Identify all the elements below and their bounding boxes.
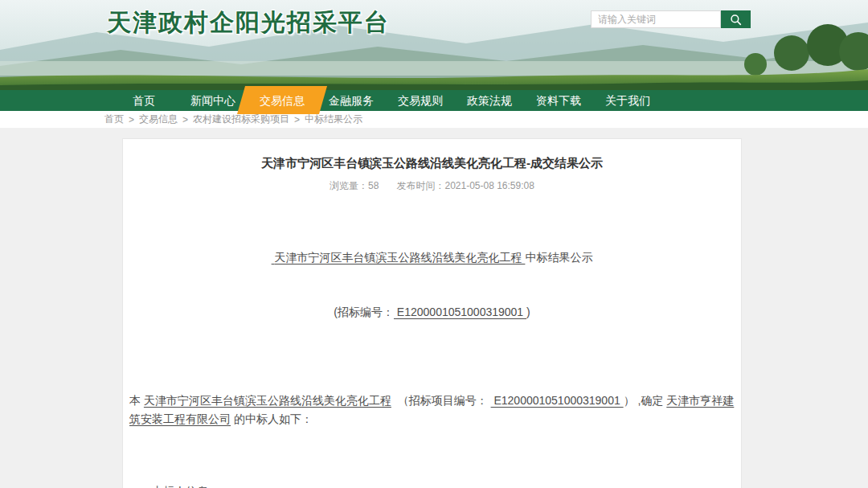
article-content: 天津市宁河区丰台镇滨玉公路线沿线美化亮化工程 中标结果公示 (招标编号： E12… bbox=[129, 212, 735, 488]
breadcrumb-home[interactable]: 首页 bbox=[104, 113, 124, 126]
site-search bbox=[591, 10, 751, 28]
breadcrumb-result-notice[interactable]: 中标结果公示 bbox=[305, 113, 362, 126]
breadcrumb-rural-projects[interactable]: 农村建设招标采购项目 bbox=[193, 113, 289, 126]
publish-time: 2021-05-08 16:59:08 bbox=[444, 180, 534, 191]
views-count: 58 bbox=[368, 180, 379, 191]
breadcrumb-separator: > bbox=[294, 114, 300, 125]
search-icon bbox=[730, 14, 742, 26]
main-nav: 首页 新闻中心 交易信息 金融服务 交易规则 政策法规 资料下载 关于我们 bbox=[0, 90, 868, 111]
publish-label: 发布时间： bbox=[396, 180, 444, 191]
views-label: 浏览量： bbox=[330, 180, 368, 191]
nav-item-home[interactable]: 首页 bbox=[109, 90, 178, 111]
nav-item-downloads[interactable]: 资料下载 bbox=[524, 90, 593, 111]
article-title: 天津市宁河区丰台镇滨玉公路线沿线美化亮化工程-成交结果公示 bbox=[129, 156, 735, 171]
article-card: 天津市宁河区丰台镇滨玉公路线沿线美化亮化工程-成交结果公示 浏览量：58发布时间… bbox=[122, 138, 742, 488]
nav-item-finance[interactable]: 金融服务 bbox=[317, 90, 386, 111]
breadcrumb-separator: > bbox=[129, 114, 134, 125]
nav-item-about[interactable]: 关于我们 bbox=[593, 90, 662, 111]
notice-heading: 天津市宁河区丰台镇滨玉公路线沿线美化亮化工程 中标结果公示 bbox=[129, 248, 735, 267]
site-title: 天津政村企阳光招采平台 bbox=[107, 6, 390, 39]
bid-number-line: (招标编号： E1200001051000319001 ) bbox=[129, 303, 735, 322]
section-1-heading: 一、中标人信息 bbox=[129, 482, 735, 488]
breadcrumb-separator: > bbox=[182, 114, 188, 125]
page-body: 天津市宁河区丰台镇滨玉公路线沿线美化亮化工程-成交结果公示 浏览量：58发布时间… bbox=[0, 128, 868, 488]
breadcrumb-trade-info[interactable]: 交易信息 bbox=[139, 113, 178, 126]
nav-item-trade-rules[interactable]: 交易规则 bbox=[386, 90, 455, 111]
search-input[interactable] bbox=[591, 10, 721, 28]
nav-item-policy[interactable]: 政策法规 bbox=[455, 90, 524, 111]
nav-item-news[interactable]: 新闻中心 bbox=[178, 90, 248, 111]
nav-item-trade-info[interactable]: 交易信息 bbox=[248, 90, 317, 111]
breadcrumb: 首页 > 交易信息 > 农村建设招标采购项目 > 中标结果公示 bbox=[0, 111, 868, 128]
intro-paragraph: 本 天津市宁河区丰台镇滨玉公路线沿线美化亮化工程 （招标项目编号： E12000… bbox=[129, 392, 735, 428]
article-meta: 浏览量：58发布时间：2021-05-08 16:59:08 bbox=[129, 179, 735, 193]
search-button[interactable] bbox=[721, 10, 751, 28]
header-banner: 天津政村企阳光招采平台 bbox=[0, 0, 868, 90]
